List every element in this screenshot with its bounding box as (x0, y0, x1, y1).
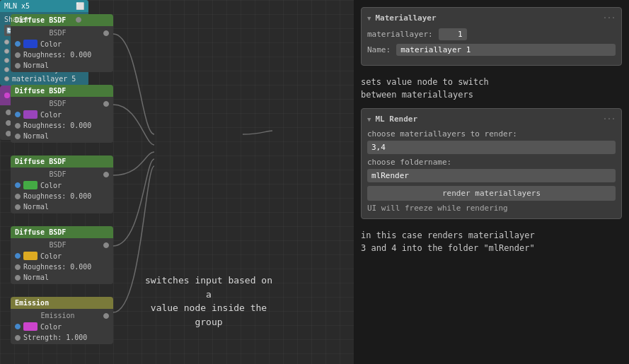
diffuse1-bsdf-row: BSDF (11, 28, 113, 38)
node-editor[interactable]: Diffuse BSDF BSDF Color Roughness: 0.000… (0, 0, 354, 364)
matout-dot (4, 93, 10, 98)
mlrender-info-text: in this case renders materiallayer3 and … (361, 229, 622, 254)
choose-layers-label: choose materiallayers to render: (367, 129, 616, 139)
right-panel: ▼ Materiallayer ··· materiallayer: Name:… (354, 0, 629, 364)
panel-dots: ··· (603, 14, 616, 22)
panel-triangle-icon-2: ▼ (367, 116, 371, 123)
diffuse1-color-socket[interactable] (15, 41, 21, 47)
diffuse4-color-row: Color (11, 250, 113, 262)
layer-number-row: materiallayer: (367, 28, 616, 40)
materiallayer-panel: ▼ Materiallayer ··· materiallayer: Name: (361, 7, 622, 66)
emission-node[interactable]: Emission Emission Color Strength: 1.000 (11, 297, 113, 344)
diffuse1-bsdf-socket[interactable] (103, 30, 109, 36)
diffuse-node-2[interactable]: Diffuse BSDF BSDF Color Roughness: 0.000… (11, 85, 113, 143)
diffuse3-color-row: Color (11, 180, 113, 191)
diffuse3-color-socket[interactable] (15, 182, 21, 188)
emission-strength-row: Strength: 1.000 (11, 332, 113, 343)
diffuse1-color-swatch (23, 40, 37, 48)
diffuse2-bsdf-row: BSDF (11, 98, 113, 109)
diffuse4-color-socket[interactable] (15, 253, 21, 259)
diffuse2-color-swatch (23, 110, 37, 119)
diffuse-node-3[interactable]: Diffuse BSDF BSDF Color Roughness: 0.000… (11, 155, 113, 213)
diffuse1-normal-row: Normal (11, 60, 113, 71)
diffuse4-normal-socket[interactable] (15, 275, 21, 281)
annotation-text: switches input based on avalue node insi… (142, 274, 276, 329)
diffuse4-normal-row: Normal (11, 272, 113, 283)
diffuse3-color-swatch (23, 181, 37, 189)
emission-color-socket[interactable] (15, 324, 21, 329)
panel-dots-2: ··· (603, 115, 616, 123)
render-button[interactable]: render materiallayers (367, 186, 616, 201)
render-status: UI will freeze while rendering (367, 204, 616, 213)
diffuse1-color-row: Color (11, 38, 113, 49)
materiallayer-info-text: sets value node to switchbetween materia… (361, 76, 622, 101)
diffuse4-bsdf-socket[interactable] (103, 242, 109, 248)
mlrender-panel: ▼ ML Render ··· choose materiallayers to… (361, 108, 622, 219)
diffuse2-roughness-row: Roughness: 0.000 (11, 120, 113, 131)
diffuse4-roughness-row: Roughness: 0.000 (11, 262, 113, 272)
diffuse4-roughness-socket[interactable] (15, 264, 21, 270)
diffuse3-bsdf-socket[interactable] (103, 172, 109, 177)
mln-item-5: materiallayer 5 (4, 74, 84, 83)
diffuse-node-4[interactable]: Diffuse BSDF BSDF Color Roughness: 0.000… (11, 226, 113, 284)
folder-input[interactable] (367, 169, 616, 182)
layer-name-input[interactable] (396, 44, 616, 56)
mln-header: MLN x5 ⬜ (0, 0, 88, 12)
diffuse3-normal-socket[interactable] (15, 204, 21, 210)
diffuse2-header: Diffuse BSDF (11, 85, 113, 97)
emission-header: Emission (11, 297, 113, 309)
emission-color-swatch (23, 322, 37, 331)
diffuse4-bsdf-row: BSDF (11, 240, 113, 250)
choose-folder-label: choose foldername: (367, 158, 616, 167)
emission-color-row: Color (11, 321, 113, 332)
diffuse3-header: Diffuse BSDF (11, 155, 113, 168)
diffuse2-normal-row: Normal (11, 131, 113, 141)
mlrender-panel-title: ▼ ML Render ··· (367, 115, 616, 124)
layers-input[interactable] (367, 141, 616, 154)
diffuse2-roughness-socket[interactable] (15, 123, 21, 129)
diffuse3-bsdf-row: BSDF (11, 169, 113, 180)
mln-shader-row: Shader (4, 14, 84, 25)
diffuse2-normal-socket[interactable] (15, 134, 21, 139)
diffuse1-roughness-row: Roughness: 0.000 (11, 49, 113, 60)
diffuse2-bsdf-socket[interactable] (103, 101, 109, 107)
emission-output-socket[interactable] (103, 313, 109, 319)
diffuse1-normal-socket[interactable] (15, 63, 21, 69)
diffuse1-roughness-socket[interactable] (15, 52, 21, 58)
diffuse2-color-socket[interactable] (15, 112, 21, 117)
panel-triangle-icon: ▼ (367, 15, 371, 22)
diffuse3-normal-row: Normal (11, 201, 113, 212)
diffuse3-roughness-row: Roughness: 0.000 (11, 191, 113, 201)
layer-number-input[interactable] (439, 28, 467, 40)
emission-output-row: Emission (11, 310, 113, 321)
layer-name-row: Name: (367, 44, 616, 56)
mln-shader-socket[interactable] (76, 17, 81, 23)
diffuse3-roughness-socket[interactable] (15, 194, 21, 199)
materiallayer-panel-title: ▼ Materiallayer ··· (367, 13, 616, 23)
diffuse4-header: Diffuse BSDF (11, 226, 113, 238)
emission-strength-socket[interactable] (15, 335, 21, 341)
diffuse2-color-row: Color (11, 109, 113, 120)
diffuse4-color-swatch (23, 252, 37, 260)
